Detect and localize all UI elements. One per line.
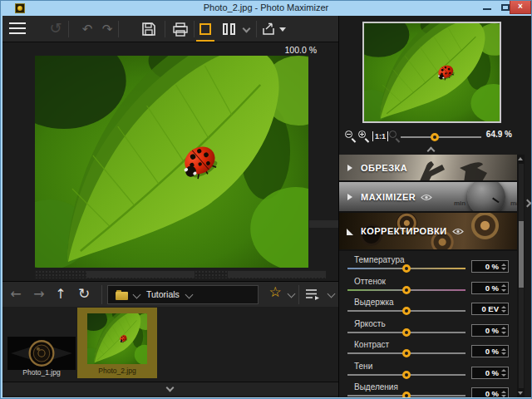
adjustment-row: Выдержка 0 EV: [339, 297, 517, 318]
scroll-up-arrow[interactable]: [518, 157, 523, 160]
current-folder-label: Tutorials: [146, 289, 180, 299]
zoom-slider[interactable]: [401, 136, 481, 138]
spinner-up-icon[interactable]: [501, 284, 506, 287]
view-options-chevron[interactable]: [243, 25, 251, 33]
spinner-down-icon[interactable]: [501, 352, 506, 355]
adjustment-value: 0 %: [485, 262, 499, 271]
view-mode-chevron[interactable]: [328, 290, 336, 298]
section-maximizer[interactable]: min max MAXIMIZER: [339, 182, 517, 213]
slider-thumb[interactable]: [402, 286, 411, 294]
adjustment-value-box[interactable]: 0 EV: [471, 303, 509, 315]
adjustment-value-box[interactable]: 0 %: [471, 324, 509, 337]
forward-button[interactable]: →: [29, 286, 49, 302]
adjustment-value-box[interactable]: 0 %: [471, 367, 509, 379]
navigator-preview[interactable]: [362, 22, 501, 123]
minimize-icon: [483, 8, 491, 10]
print-button[interactable]: [172, 22, 189, 37]
close-button[interactable]: ×: [510, 1, 531, 14]
expand-arrow-icon: [347, 165, 352, 171]
hscroll-thumb[interactable]: [228, 271, 326, 278]
spinner-down-icon[interactable]: [501, 289, 506, 292]
hamburger-icon: [9, 27, 26, 29]
viewer-vscrollbar[interactable]: [309, 220, 338, 228]
adjustment-label: Яркость: [354, 319, 386, 328]
undo-button[interactable]: ↶: [79, 22, 96, 37]
app-area: ↺ ↶ ↷: [2, 16, 531, 397]
slider-thumb[interactable]: [402, 371, 411, 379]
spinner-up-icon[interactable]: [501, 264, 506, 266]
menu-button[interactable]: [9, 22, 27, 36]
thumbnail-photo2-selected[interactable]: Photo_2.jpg: [77, 308, 157, 378]
back-button[interactable]: ←: [6, 286, 26, 302]
visibility-icon[interactable]: [452, 228, 464, 235]
scroll-down-arrow[interactable]: [518, 392, 523, 395]
zoom-fit-button[interactable]: [389, 131, 401, 142]
viewer-hscrollbar[interactable]: [35, 270, 326, 278]
favorites-button[interactable]: ☆: [265, 283, 285, 300]
adjustment-track[interactable]: [347, 352, 466, 354]
zoom-100-button[interactable]: 1:1: [372, 131, 388, 141]
spinner-down-icon[interactable]: [501, 268, 506, 270]
title-bar[interactable]: Photo_2.jpg - Photo Maximizer ×: [1, 1, 531, 16]
adjustment-track[interactable]: [347, 374, 466, 376]
slider-thumb[interactable]: [402, 349, 411, 357]
path-chevron[interactable]: [185, 291, 194, 299]
hscroll-thumb[interactable]: [86, 271, 195, 278]
spinner-up-icon[interactable]: [501, 369, 506, 372]
adjustment-label: Тени: [354, 362, 372, 371]
spinner-down-icon[interactable]: [501, 332, 506, 334]
adjustment-track[interactable]: [347, 289, 466, 291]
thumbnail-photo1[interactable]: [7, 337, 76, 370]
share-button[interactable]: [262, 22, 277, 36]
zoom-out-button[interactable]: [345, 131, 357, 142]
spinner-up-icon[interactable]: [501, 391, 506, 393]
reset-button[interactable]: ↺: [46, 19, 66, 37]
adjustment-value-box[interactable]: 0 %: [471, 260, 509, 273]
slider-thumb[interactable]: [402, 392, 411, 397]
adjustment-value-box[interactable]: 0 %: [471, 345, 509, 357]
refresh-button[interactable]: ↻: [72, 285, 96, 302]
share-options-chevron[interactable]: [279, 27, 286, 32]
adjustment-track[interactable]: [347, 395, 466, 397]
single-view-button[interactable]: [200, 23, 211, 35]
ladybug-photo: [364, 23, 500, 121]
section-adjustments[interactable]: КОРРЕКТИРОВКИ: [339, 213, 517, 251]
adjustment-value-box[interactable]: 0 %: [471, 387, 509, 397]
filmstrip-collapse-strip[interactable]: [2, 382, 338, 396]
slider-thumb[interactable]: [402, 307, 411, 315]
section-crop[interactable]: ОБРЕЗКА: [339, 155, 517, 182]
main-photo[interactable]: [35, 56, 308, 268]
scroll-thumb[interactable]: [519, 221, 524, 288]
spinner-down-icon[interactable]: [501, 310, 506, 313]
toolbar-separator: [101, 285, 102, 304]
adjustment-track[interactable]: [347, 268, 466, 269]
slider-thumb[interactable]: [402, 328, 411, 337]
spinner-up-icon[interactable]: [501, 327, 506, 329]
panel-expander[interactable]: [525, 199, 531, 209]
folder-chevron[interactable]: [133, 291, 141, 299]
view-mode-button[interactable]: [305, 288, 322, 301]
visibility-icon[interactable]: [421, 194, 432, 201]
panel-scrollbar[interactable]: [517, 155, 525, 397]
save-button[interactable]: [141, 22, 156, 37]
spinner-down-icon[interactable]: [501, 374, 506, 377]
spinner-up-icon[interactable]: [501, 348, 506, 351]
slider-thumb[interactable]: [402, 264, 411, 273]
collapse-down-chevron[interactable]: [166, 384, 175, 392]
zoom-slider-thumb[interactable]: [431, 133, 439, 141]
adjustment-value-box[interactable]: 0 %: [471, 282, 509, 294]
adjustment-value: 0 %: [485, 347, 499, 356]
favorites-chevron[interactable]: [288, 290, 296, 298]
adjustment-track[interactable]: [347, 310, 466, 312]
zoom-in-button[interactable]: [358, 131, 370, 142]
preview-collapse-chevron[interactable]: [427, 147, 436, 155]
minimize-button[interactable]: [481, 2, 495, 13]
redo-button[interactable]: ↷: [99, 22, 116, 37]
compare-view-button[interactable]: [223, 23, 238, 35]
section-label: MAXIMIZER: [361, 192, 432, 202]
spinner-up-icon[interactable]: [501, 306, 506, 308]
folder-path-bar[interactable]: Tutorials: [107, 285, 259, 304]
spinner-down-icon[interactable]: [501, 395, 506, 397]
adjustment-track[interactable]: [347, 332, 466, 333]
up-button[interactable]: ↑: [51, 286, 71, 302]
